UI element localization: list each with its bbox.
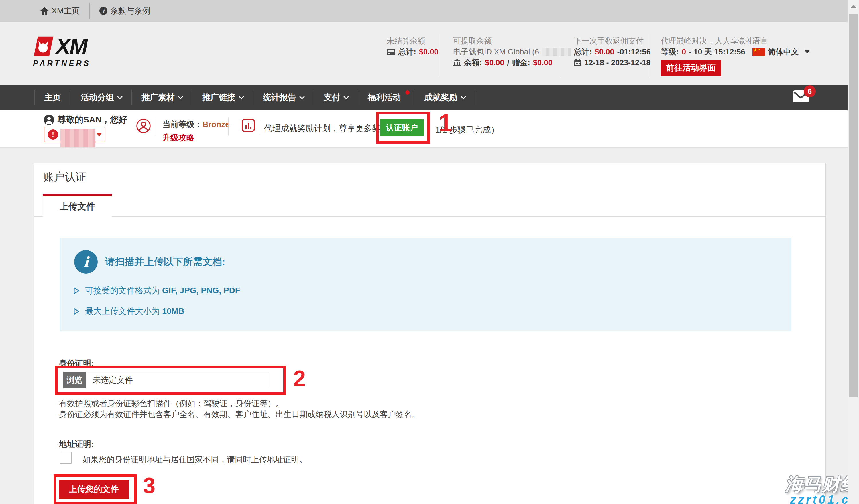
chevron-down-icon (239, 94, 244, 99)
contest-block: 代理巅峰对决，人人享豪礼 等级: 0 - 10 天 15:12:56 前往活动界… (661, 35, 754, 76)
nav-home[interactable]: 主页 (34, 90, 71, 105)
level-value: 0 (682, 48, 686, 57)
messages-badge: 6 (804, 85, 816, 97)
upload-instructions-infobox: i 请扫描并上传以下所需文档: 可接受的文件格式为 GIF, JPG, PNG,… (60, 238, 791, 331)
max-size-text: 最大上传文件大小为 (85, 306, 162, 316)
nav-activity-groups[interactable]: 活动分组 (71, 90, 132, 105)
upgrade-guide-link[interactable]: 升级攻略 (162, 132, 195, 143)
file-input[interactable]: 未选定文件 (86, 372, 269, 388)
bank-icon (453, 59, 461, 66)
nav-promo-materials[interactable]: 推广素材 (132, 90, 192, 105)
xm-home-link[interactable]: XM主页 (40, 5, 80, 16)
balance-value: $0.00 (485, 58, 504, 67)
home-icon (40, 7, 49, 15)
unsettled-total-value: $0.00 (419, 48, 438, 57)
achievement-promo-text: 代理成就奖励计划，尊享更多奖励！ (264, 123, 397, 134)
rebate-total-label: 总计: (574, 47, 592, 57)
xm-partners-page: XM主页 i 条款与条例 XM PARTNERS 未结算余额 (0, 0, 859, 504)
chevron-down-icon (117, 94, 122, 99)
chart-icon (241, 119, 255, 132)
wallet-id-redacted (542, 48, 571, 56)
user-icon (44, 115, 54, 125)
scrollbar-up-button[interactable] (848, 0, 859, 13)
rebate-countdown: -01:12:56 (617, 48, 651, 57)
formats-value: GIF, JPG, PNG, PDF (162, 286, 240, 295)
level-block: 当前等级：Bronze 升级攻略 (162, 119, 230, 143)
calendar-icon (574, 59, 582, 66)
greeting-bar: 尊敬的SAN，您好 ! 当前等级：Bronze 升级攻略 代理成就奖励计划，尊享… (0, 110, 847, 148)
account-id-redacted (60, 129, 95, 147)
chevron-down-icon (461, 94, 466, 99)
triangle-bullet-icon (73, 308, 80, 315)
bonus-value: $0.00 (533, 58, 553, 67)
messages-button[interactable]: 6 (793, 91, 809, 103)
language-selector-block: 语言 简体中文 (752, 35, 810, 57)
verify-account-button[interactable]: 认证账户 (380, 119, 424, 136)
chevron-down-icon (299, 94, 304, 99)
next-rebate-label: 下一次手数返佣支付 (574, 35, 651, 46)
language-selector[interactable]: 简体中文 (752, 46, 810, 57)
page-title: 账户认证 (43, 170, 87, 184)
xm-bull-icon (33, 36, 54, 57)
up-arrow-icon (850, 4, 857, 8)
address-proof-checkbox[interactable] (60, 452, 72, 464)
nav-statistics-reports[interactable]: 统计报告 (253, 90, 314, 105)
chevron-down-icon (804, 50, 810, 53)
info-circle-icon: i (74, 250, 98, 273)
tab-upload-files[interactable]: 上传文件 (43, 194, 112, 217)
greet-divider (155, 117, 156, 136)
go-to-activity-button[interactable]: 前往活动界面 (661, 60, 721, 76)
address-proof-note: 如果您的身份证明地址与居住国家不同，请同时上传地址证明。 (82, 454, 307, 465)
nav-promo-links[interactable]: 推广链接 (192, 90, 253, 105)
main-navbar: 主页 活动分组 推广素材 推广链接 统计报告 支付 福利活动 成就奖励 (0, 85, 847, 110)
exclamation-icon: ! (48, 129, 58, 140)
greet-divider (228, 117, 229, 136)
address-proof-label: 地址证明: (59, 439, 94, 450)
browse-button[interactable]: 浏览 (63, 372, 86, 388)
unsettled-label: 未结算余额 (387, 35, 438, 46)
top-utility-bar: XM主页 i 条款与条例 (0, 0, 847, 22)
unsettled-total-label: 总计: (398, 47, 416, 57)
terms-link[interactable]: i 条款与条例 (100, 5, 150, 16)
rebate-total-value: $0.00 (595, 48, 614, 57)
annotation-number-3: 3 (143, 474, 155, 497)
max-size-value: 10MB (162, 306, 184, 316)
current-level-value: Bronze (202, 120, 230, 129)
chevron-down-icon (343, 94, 349, 99)
welcome-text: 尊敬的SAN，您好 (58, 114, 127, 126)
terms-link-label: 条款与条例 (110, 5, 150, 16)
wallet-id-text: 电子钱包ID XM Global (6 (453, 47, 539, 57)
max-size-item: 最大上传文件大小为 10MB (73, 306, 184, 317)
scrollbar (847, 0, 859, 504)
formats-text: 可接受的文件格式为 (85, 286, 162, 295)
nav-achievements[interactable]: 成就奖励 (414, 90, 475, 105)
rebate-date-range: 12-18 - 2023-12-18 (584, 58, 650, 67)
header-divider (438, 34, 438, 77)
next-rebate-block: 下一次手数返佣支付 总计: $0.00 -01:12:56 12-18 - 20… (574, 35, 651, 68)
nav-benefits[interactable]: 福利活动 (358, 90, 414, 105)
unsettled-balance-block: 未结算余额 总计: $0.00 (387, 35, 438, 57)
logo-subtext: PARTNERS (33, 59, 91, 68)
balance-bonus-divider: / (507, 58, 510, 67)
card-icon (387, 49, 395, 55)
language-label: 语言 (752, 35, 810, 46)
info-icon: i (100, 7, 107, 15)
withdrawable-balance-block: 可提取余额 电子钱包ID XM Global (6) 余额: $0.00 / 赠… (453, 35, 576, 68)
logo-text: XM (56, 36, 87, 57)
greet-divider (260, 120, 260, 133)
xm-partners-logo[interactable]: XM PARTNERS (33, 36, 91, 68)
infobox-title: 请扫描并上传以下所需文档: (105, 255, 225, 268)
header-divider (649, 34, 649, 77)
scrollbar-thumb[interactable] (849, 14, 858, 397)
upload-your-files-button[interactable]: 上传您的文件 (59, 480, 129, 499)
nav-payments[interactable]: 支付 (314, 90, 358, 105)
level-label: 等级: (661, 47, 679, 57)
chevron-down-icon (96, 133, 102, 137)
avatar-outline-icon (136, 119, 151, 133)
level-rest: - 10 天 15:12:56 (689, 47, 745, 57)
account-dropdown[interactable]: ! (44, 127, 105, 142)
contest-label: 代理巅峰对决，人人享豪礼 (661, 35, 754, 46)
chevron-down-icon (178, 94, 183, 99)
id-help-line1: 有效护照或者身份证彩色扫描件（例如：驾驶证，身份证等）。 (59, 398, 284, 409)
id-proof-label: 身份证明: (59, 358, 94, 369)
